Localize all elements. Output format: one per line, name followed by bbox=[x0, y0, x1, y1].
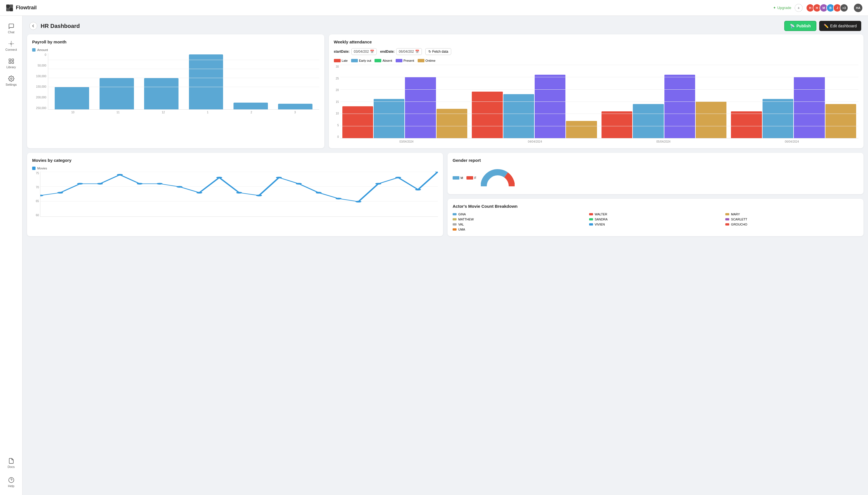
actor-title: Actor's Movie Count Breakdown bbox=[453, 204, 858, 209]
payroll-title: Payroll by month bbox=[32, 39, 319, 44]
payroll-chart-container: 250,000 200,000 150,000 100,000 50,000 0 bbox=[32, 53, 319, 114]
svg-point-29 bbox=[316, 192, 322, 194]
back-button[interactable] bbox=[29, 22, 37, 30]
sidebar-item-settings[interactable]: Settings bbox=[1, 73, 21, 89]
svg-point-34 bbox=[415, 189, 421, 191]
chat-icon bbox=[8, 23, 14, 29]
payroll-bars bbox=[48, 53, 319, 110]
attendance-bars bbox=[340, 65, 858, 138]
sidebar-item-help[interactable]: Help bbox=[1, 474, 21, 491]
bar-month-12 bbox=[140, 53, 183, 109]
payroll-x-labels: 10 11 12 1 2 3 bbox=[48, 111, 319, 114]
svg-point-18 bbox=[97, 183, 103, 185]
sidebar: Chat Connect Library Settings Docs bbox=[0, 16, 22, 495]
movies-line-chart bbox=[40, 172, 438, 217]
back-icon bbox=[31, 24, 35, 28]
svg-point-28 bbox=[296, 183, 302, 185]
attendance-legend: Late Early out Absent Present Ontime bbox=[334, 59, 858, 62]
movies-legend-label: Movies bbox=[37, 167, 47, 170]
svg-rect-0 bbox=[6, 4, 10, 8]
sidebar-item-chat[interactable]: Chat bbox=[1, 20, 21, 37]
actor-legend: GINA WALTER MARY MATTHEW SANDRA SCARLETT… bbox=[453, 212, 858, 231]
svg-point-27 bbox=[276, 177, 282, 178]
gender-content: M F bbox=[453, 167, 858, 189]
movies-chart-container: 60 65 70 75 bbox=[32, 172, 438, 217]
svg-point-33 bbox=[395, 177, 401, 178]
svg-rect-3 bbox=[10, 8, 13, 11]
group-3 bbox=[601, 75, 727, 138]
svg-rect-8 bbox=[12, 62, 13, 64]
svg-rect-5 bbox=[9, 59, 11, 61]
start-date-input[interactable]: 03/04/202 📅 bbox=[351, 48, 377, 55]
fetch-data-button[interactable]: ↻ Fetch data bbox=[425, 48, 452, 55]
payroll-y-labels: 250,000 200,000 150,000 100,000 50,000 0 bbox=[32, 53, 46, 110]
publish-button[interactable]: 📡 Publish bbox=[784, 21, 816, 31]
dashboard-title-row: HR Dashboard bbox=[29, 22, 80, 30]
gender-legend: M F bbox=[453, 176, 476, 180]
svg-point-22 bbox=[176, 186, 183, 188]
group-1 bbox=[342, 77, 467, 138]
svg-rect-1 bbox=[10, 4, 13, 8]
dashboard-grid: Payroll by month Amount 250,000 200,000 … bbox=[22, 34, 868, 153]
avatar-plus: +3 bbox=[840, 4, 848, 12]
upgrade-icon: ✦ bbox=[773, 6, 776, 10]
svg-point-25 bbox=[236, 192, 242, 194]
attendance-title: Weekly attendance bbox=[334, 39, 858, 44]
connect-icon bbox=[8, 40, 14, 47]
movies-legend: Movies bbox=[32, 167, 438, 170]
upgrade-button[interactable]: ✦ Upgrade bbox=[773, 6, 791, 10]
svg-point-4 bbox=[11, 43, 12, 45]
movies-line-area bbox=[40, 172, 438, 217]
group-4 bbox=[731, 77, 856, 138]
svg-rect-7 bbox=[9, 62, 11, 64]
edit-dashboard-button[interactable]: ✏️ Edit dashboard bbox=[819, 21, 861, 31]
gender-widget: Gender report M F bbox=[447, 153, 864, 194]
svg-point-24 bbox=[216, 177, 222, 178]
library-icon bbox=[8, 58, 14, 64]
svg-point-26 bbox=[256, 194, 262, 196]
logo-icon bbox=[6, 4, 14, 12]
page-title: HR Dashboard bbox=[40, 23, 80, 29]
user-avatar[interactable]: HA bbox=[854, 4, 862, 12]
svg-point-30 bbox=[336, 198, 341, 199]
gender-pie-chart bbox=[481, 167, 515, 189]
end-date-input[interactable]: 06/04/202 📅 bbox=[396, 48, 422, 55]
top-nav-right: ✦ Upgrade + H H M B J +3 HA bbox=[773, 4, 862, 12]
sidebar-item-docs[interactable]: Docs bbox=[1, 455, 21, 473]
svg-rect-6 bbox=[12, 59, 13, 61]
attendance-y-labels: 0 5 10 15 20 25 30 bbox=[334, 65, 340, 138]
top-nav: Flowtrail ✦ Upgrade + H H M B J +3 HA bbox=[0, 0, 868, 16]
movies-title: Movies by category bbox=[32, 158, 438, 163]
bar-month-2 bbox=[229, 53, 272, 109]
add-button[interactable]: + bbox=[795, 4, 803, 12]
svg-point-16 bbox=[57, 192, 63, 194]
docs-icon bbox=[8, 458, 14, 464]
svg-point-9 bbox=[11, 78, 12, 80]
payroll-bars-area: 10 11 12 1 2 3 bbox=[48, 53, 319, 114]
attendance-chart: 0 5 10 15 20 25 30 bbox=[334, 65, 858, 143]
attendance-bars-area: 03/04/2024 04/04/2024 05/04/2024 06/04/2… bbox=[340, 65, 858, 143]
svg-point-19 bbox=[117, 174, 123, 176]
svg-point-10 bbox=[8, 478, 14, 483]
attendance-x-labels: 03/04/2024 04/04/2024 05/04/2024 06/04/2… bbox=[340, 140, 858, 143]
movies-legend-dot bbox=[32, 167, 36, 170]
movies-widget: Movies by category Movies 60 65 70 75 bbox=[27, 153, 443, 236]
bar-month-11 bbox=[95, 53, 138, 109]
actor-widget: Actor's Movie Count Breakdown GINA WALTE… bbox=[447, 199, 864, 236]
movies-y-labels: 60 65 70 75 bbox=[32, 172, 40, 217]
app-logo: Flowtrail bbox=[6, 4, 37, 12]
svg-point-17 bbox=[77, 183, 83, 185]
svg-point-21 bbox=[156, 183, 163, 185]
attendance-widget: Weekly attendance startDate: 03/04/202 📅… bbox=[329, 34, 864, 148]
end-date-field: endDate: 06/04/202 📅 bbox=[380, 48, 422, 55]
settings-icon bbox=[8, 75, 14, 82]
bar-month-10 bbox=[50, 53, 93, 109]
edit-icon: ✏️ bbox=[824, 24, 829, 28]
avatar-group: H H M B J +3 bbox=[806, 4, 848, 12]
sidebar-item-connect[interactable]: Connect bbox=[1, 38, 21, 54]
bar-month-3 bbox=[274, 53, 317, 109]
payroll-legend-dot bbox=[32, 48, 36, 52]
sidebar-item-library[interactable]: Library bbox=[1, 55, 21, 72]
svg-point-35 bbox=[435, 172, 438, 172]
bottom-row: Movies by category Movies 60 65 70 75 bbox=[27, 153, 864, 236]
